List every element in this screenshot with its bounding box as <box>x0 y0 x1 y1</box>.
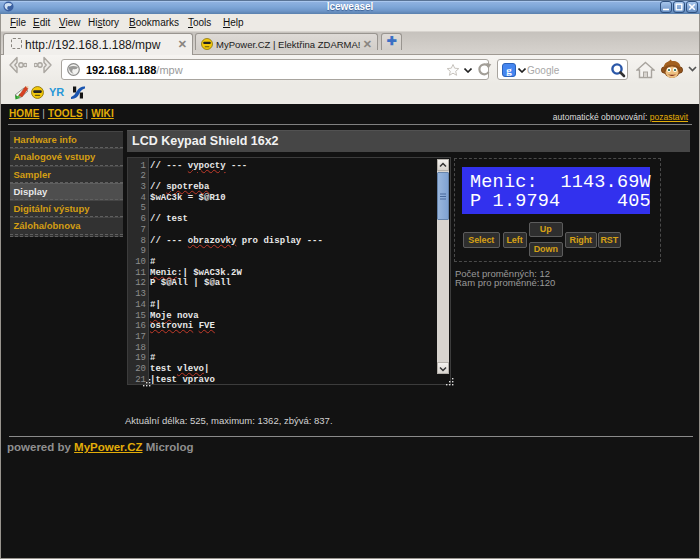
svg-text:g: g <box>506 64 512 76</box>
